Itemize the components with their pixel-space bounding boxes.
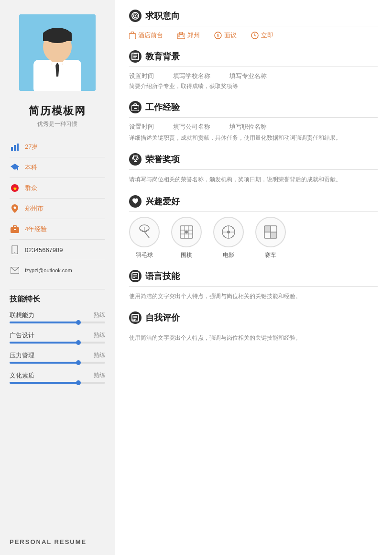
work-position: 填写职位名称: [229, 122, 267, 131]
hobby-racing: 赛车: [255, 217, 286, 259]
svg-point-26: [135, 15, 136, 17]
section-honors: 荣誉奖项 请填写与岗位相关的荣誉名称，颁发机构，奖项日期，说明荣誉背后的成就和贡…: [129, 153, 378, 184]
sidebar-name: 简历模板网: [29, 104, 86, 118]
city-icon: [177, 32, 185, 39]
location-icon: [10, 203, 20, 214]
section-intention: 求职意向 酒店前台 郑州 ¥ 面议: [129, 10, 378, 40]
info-education: 本科: [10, 157, 105, 178]
skills-title: 技能特长: [0, 294, 115, 304]
trophy-icon: [129, 153, 142, 166]
work-company: 填写公司名称: [173, 122, 210, 131]
work-row: 设置时间 填写公司名称 填写职位名称: [129, 122, 378, 131]
info-phone: 02345667989: [10, 240, 105, 260]
email-icon: [10, 265, 20, 276]
honors-title: 荣誉奖项: [145, 154, 180, 165]
skill-name-0: 联想能力: [10, 311, 34, 320]
chess-icon: [171, 217, 202, 247]
bar-chart-icon: [10, 142, 20, 152]
avatar: [19, 14, 96, 91]
section-header-honors: 荣誉奖项: [129, 153, 378, 166]
hobbies-row: 羽毛球 围棋: [129, 217, 378, 259]
info-email: fzypzl@outlook.com: [10, 260, 105, 280]
intention-row: 酒店前台 郑州 ¥ 面议 立即: [129, 31, 378, 40]
hobby-chess-label: 围棋: [181, 251, 192, 259]
svg-point-59: [185, 231, 188, 233]
section-header-education: 教育背景: [129, 50, 378, 63]
skill-bar-bg-3: [10, 382, 105, 384]
svg-text:¥: ¥: [217, 33, 219, 38]
edu-time: 设置时间: [129, 72, 154, 80]
bag-icon: [129, 32, 136, 39]
section-header-work: 工作经验: [129, 101, 378, 113]
self-eval-title: 自我评价: [145, 312, 180, 323]
info-age: 27岁: [10, 137, 105, 157]
section-education: 教育背景 设置时间 填写学校名称 填写专业名称 简要介绍所学专业，取得成绩，获取…: [129, 50, 378, 90]
intention-line: [129, 26, 378, 26]
section-header-self-eval: 自我评价: [129, 311, 378, 324]
education-line: [129, 67, 378, 67]
location-text: 郑州市: [25, 204, 44, 213]
svg-rect-29: [180, 32, 183, 34]
self-eval-line: [129, 328, 378, 328]
clock-icon: [251, 32, 259, 39]
section-work: 工作经验 设置时间 填写公司名称 填写职位名称 详细描述关键职责，成就和贡献，具…: [129, 101, 378, 143]
section-self-eval: 自我评价 使用简洁的文字突出个人特点，强调与岗位相关的关键技能和经验。: [129, 311, 378, 343]
intention-job-text: 酒店前台: [138, 31, 163, 40]
svg-rect-27: [129, 33, 136, 39]
skill-level-2: 熟练: [94, 351, 105, 360]
skill-item-0: 联想能力 熟练: [0, 311, 115, 323]
edu-major: 填写专业名称: [229, 72, 267, 80]
svg-rect-11: [11, 147, 13, 151]
skill-bar-fill-3: [10, 382, 78, 384]
party-icon: ★: [10, 183, 20, 193]
heart-icon: [129, 195, 142, 208]
skill-bar-fill-0: [10, 322, 78, 323]
info-party: ★ 群众: [10, 178, 105, 199]
intention-salary-text: 面议: [224, 31, 237, 40]
intention-city: 郑州: [177, 31, 200, 40]
work-time: 设置时间: [129, 122, 154, 131]
section-header-intention: 求职意向: [129, 10, 378, 22]
svg-rect-13: [17, 144, 19, 151]
skill-level-3: 熟练: [94, 371, 105, 380]
work-icon: [129, 101, 142, 113]
section-language: 语言技能 使用简洁的文字突出个人特点，强调与岗位相关的关键技能和经验。: [129, 270, 378, 301]
hobby-badminton: 羽毛球: [129, 217, 160, 259]
svg-rect-31: [183, 35, 184, 37]
skill-name-3: 文化素质: [10, 371, 34, 380]
experience-text: 4年经验: [25, 225, 47, 233]
honors-desc: 请填写与岗位相关的荣誉名称，颁发机构，奖项日期，说明荣誉背后的成就和贡献。: [129, 175, 378, 184]
sidebar-divider: [10, 289, 105, 289]
self-icon: [129, 311, 142, 324]
work-line: [129, 117, 378, 118]
sidebar: 简历模板网 优秀是一种习惯 27岁 本科: [0, 0, 115, 555]
hobbies-title: 兴趣爱好: [145, 196, 180, 207]
book-icon: [129, 50, 142, 63]
sidebar-subtitle: 优秀是一种习惯: [37, 120, 77, 128]
svg-rect-30: [178, 35, 180, 37]
main-content: 求职意向 酒店前台 郑州 ¥ 面议: [115, 0, 392, 555]
language-desc: 使用简洁的文字突出个人特点，强调与岗位相关的关键技能和经验。: [129, 291, 378, 301]
education-text: 本科: [25, 163, 37, 172]
party-text: 群众: [25, 184, 37, 192]
graduation-icon: [10, 162, 20, 173]
skill-item-1: 广告设计 熟练: [0, 331, 115, 344]
target-icon: [129, 10, 142, 22]
hobby-badminton-label: 羽毛球: [136, 251, 153, 259]
intention-job: 酒店前台: [129, 31, 163, 40]
svg-text:★: ★: [12, 185, 18, 192]
email-text: fzypzl@outlook.com: [25, 267, 72, 273]
age-text: 27岁: [25, 143, 38, 151]
work-title: 工作经验: [145, 101, 180, 113]
skill-level-1: 熟练: [94, 331, 105, 340]
personal-resume-label: PERSONAL RESUME: [10, 538, 87, 545]
svg-point-22: [14, 252, 15, 253]
hobby-movie: 电影: [213, 217, 244, 259]
skill-bar-fill-2: [10, 362, 78, 364]
education-title: 教育背景: [145, 51, 180, 62]
svg-rect-12: [14, 145, 16, 151]
briefcase-icon: [10, 224, 20, 234]
section-hobbies: 兴趣爱好: [129, 195, 378, 259]
skill-name-1: 广告设计: [10, 331, 34, 340]
hobby-movie-label: 电影: [223, 251, 234, 259]
